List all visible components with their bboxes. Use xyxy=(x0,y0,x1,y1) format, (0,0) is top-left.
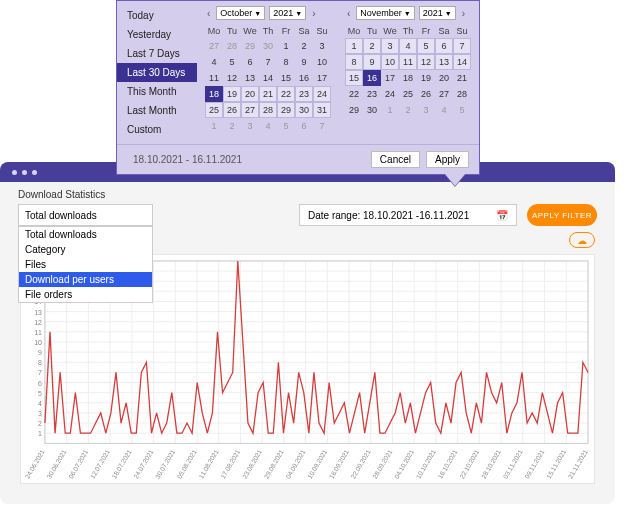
calendar-day[interactable]: 19 xyxy=(223,86,241,102)
calendar-day[interactable]: 9 xyxy=(363,54,381,70)
calendar-day[interactable]: 29 xyxy=(241,38,259,54)
calendar-day[interactable]: 30 xyxy=(259,38,277,54)
left-year-select[interactable]: 2021▼ xyxy=(269,6,306,20)
right-year-select[interactable]: 2021▼ xyxy=(419,6,456,20)
calendar-day[interactable]: 22 xyxy=(277,86,295,102)
cancel-button[interactable]: Cancel xyxy=(371,151,420,168)
calendar-day[interactable]: 13 xyxy=(241,70,259,86)
calendar-day[interactable]: 28 xyxy=(223,38,241,54)
calendar-day[interactable]: 28 xyxy=(453,86,471,102)
calendar-day[interactable]: 2 xyxy=(399,102,417,118)
calendar-day[interactable]: 11 xyxy=(205,70,223,86)
calendar-day[interactable]: 28 xyxy=(259,102,277,118)
calendar-day[interactable]: 15 xyxy=(345,70,363,86)
metric-select[interactable]: Total downloads xyxy=(18,204,153,226)
preset-item[interactable]: This Month xyxy=(117,82,197,101)
left-month-select[interactable]: October▼ xyxy=(216,6,265,20)
calendar-day[interactable]: 16 xyxy=(295,70,313,86)
calendar-day[interactable]: 21 xyxy=(453,70,471,86)
calendar-day[interactable]: 30 xyxy=(295,102,313,118)
apply-button[interactable]: Apply xyxy=(426,151,469,168)
calendar-day[interactable]: 27 xyxy=(435,86,453,102)
calendar-day[interactable]: 5 xyxy=(453,102,471,118)
calendar-day[interactable]: 27 xyxy=(205,38,223,54)
calendar-day[interactable]: 2 xyxy=(363,38,381,54)
calendar-day[interactable]: 3 xyxy=(417,102,435,118)
preset-item[interactable]: Last 30 Days xyxy=(117,63,197,82)
calendar-day[interactable]: 2 xyxy=(295,38,313,54)
dropdown-option[interactable]: File orders xyxy=(19,287,152,302)
preset-item[interactable]: Today xyxy=(117,6,197,25)
apply-filter-button[interactable]: APPLY FILTER xyxy=(527,204,597,226)
calendar-day[interactable]: 10 xyxy=(381,54,399,70)
calendar-day[interactable]: 16 xyxy=(363,70,381,86)
calendar-day[interactable]: 8 xyxy=(277,54,295,70)
calendar-day[interactable]: 20 xyxy=(241,86,259,102)
preset-item[interactable]: Custom xyxy=(117,120,197,139)
calendar-day[interactable]: 14 xyxy=(259,70,277,86)
calendar-day[interactable]: 12 xyxy=(223,70,241,86)
calendar-day[interactable]: 20 xyxy=(435,70,453,86)
calendar-day[interactable]: 3 xyxy=(241,118,259,134)
calendar-day[interactable]: 4 xyxy=(399,38,417,54)
dropdown-option[interactable]: Category xyxy=(19,242,152,257)
preset-item[interactable]: Last 7 Days xyxy=(117,44,197,63)
calendar-day[interactable]: 4 xyxy=(205,54,223,70)
calendar-day[interactable]: 19 xyxy=(417,70,435,86)
calendar-day[interactable]: 6 xyxy=(435,38,453,54)
calendar-day[interactable]: 4 xyxy=(259,118,277,134)
calendar-day[interactable]: 13 xyxy=(435,54,453,70)
calendar-day[interactable]: 1 xyxy=(205,118,223,134)
calendar-day[interactable]: 17 xyxy=(313,70,331,86)
calendar-day[interactable]: 25 xyxy=(205,102,223,118)
calendar-day[interactable]: 12 xyxy=(417,54,435,70)
calendar-day[interactable]: 26 xyxy=(223,102,241,118)
calendar-day[interactable]: 27 xyxy=(241,102,259,118)
calendar-day[interactable]: 31 xyxy=(313,102,331,118)
calendar-day[interactable]: 29 xyxy=(345,102,363,118)
calendar-day[interactable]: 5 xyxy=(223,54,241,70)
calendar-day[interactable]: 24 xyxy=(313,86,331,102)
calendar-day[interactable]: 10 xyxy=(313,54,331,70)
prev-month-icon[interactable]: ‹ xyxy=(345,8,352,19)
calendar-day[interactable]: 23 xyxy=(295,86,313,102)
dropdown-option[interactable]: Files xyxy=(19,257,152,272)
calendar-day[interactable]: 23 xyxy=(363,86,381,102)
calendar-day[interactable]: 9 xyxy=(295,54,313,70)
date-range-input[interactable]: Date range: 18.10.2021 -16.11.2021 📅 xyxy=(299,204,517,226)
calendar-day[interactable]: 24 xyxy=(381,86,399,102)
calendar-day[interactable]: 30 xyxy=(363,102,381,118)
export-button[interactable]: ☁ xyxy=(569,232,595,248)
calendar-day[interactable]: 1 xyxy=(381,102,399,118)
calendar-day[interactable]: 4 xyxy=(435,102,453,118)
calendar-day[interactable]: 7 xyxy=(313,118,331,134)
calendar-day[interactable]: 7 xyxy=(259,54,277,70)
next-month-icon[interactable]: › xyxy=(310,8,317,19)
calendar-day[interactable]: 5 xyxy=(277,118,295,134)
calendar-day[interactable]: 3 xyxy=(381,38,399,54)
calendar-day[interactable]: 6 xyxy=(295,118,313,134)
calendar-day[interactable]: 29 xyxy=(277,102,295,118)
calendar-day[interactable]: 22 xyxy=(345,86,363,102)
calendar-day[interactable]: 21 xyxy=(259,86,277,102)
preset-item[interactable]: Last Month xyxy=(117,101,197,120)
calendar-day[interactable]: 2 xyxy=(223,118,241,134)
calendar-day[interactable]: 5 xyxy=(417,38,435,54)
calendar-day[interactable]: 1 xyxy=(277,38,295,54)
calendar-day[interactable]: 3 xyxy=(313,38,331,54)
preset-item[interactable]: Yesterday xyxy=(117,25,197,44)
calendar-day[interactable]: 14 xyxy=(453,54,471,70)
calendar-day[interactable]: 18 xyxy=(205,86,223,102)
metric-dropdown[interactable]: Total downloadsCategoryFilesDownload per… xyxy=(18,226,153,303)
prev-month-icon[interactable]: ‹ xyxy=(205,8,212,19)
calendar-day[interactable]: 1 xyxy=(345,38,363,54)
calendar-day[interactable]: 11 xyxy=(399,54,417,70)
calendar-day[interactable]: 6 xyxy=(241,54,259,70)
calendar-day[interactable]: 17 xyxy=(381,70,399,86)
calendar-day[interactable]: 18 xyxy=(399,70,417,86)
calendar-day[interactable]: 15 xyxy=(277,70,295,86)
calendar-day[interactable]: 7 xyxy=(453,38,471,54)
right-month-select[interactable]: November▼ xyxy=(356,6,414,20)
dropdown-option[interactable]: Download per users xyxy=(19,272,152,287)
calendar-day[interactable]: 25 xyxy=(399,86,417,102)
